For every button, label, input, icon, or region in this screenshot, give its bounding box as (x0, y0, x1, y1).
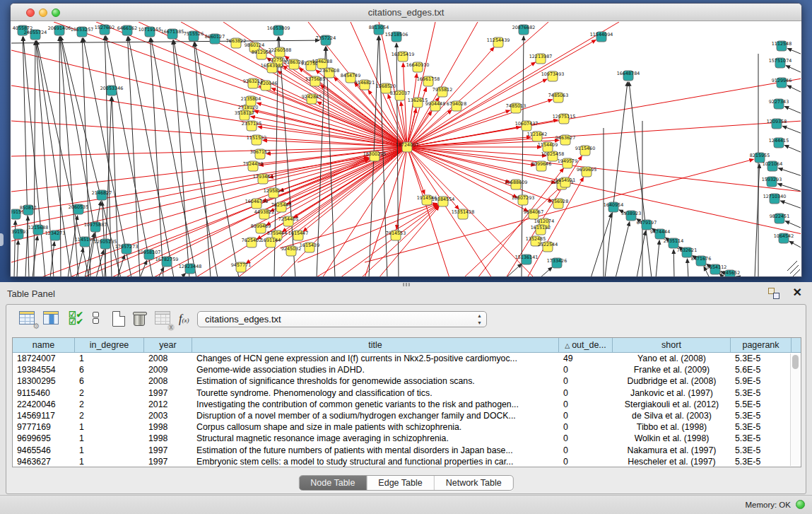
cell-in_degree: 1 (75, 433, 144, 444)
memory-ok-indicator-icon[interactable] (796, 500, 805, 509)
x-badge-icon: x (167, 324, 175, 331)
column-header-year[interactable]: year (144, 338, 192, 352)
graph-node-label: 9474444 (650, 229, 670, 235)
graph-node-label: 1691144 (261, 238, 281, 243)
cell-in_degree: 6 (75, 364, 144, 375)
table-row[interactable]: 1830029562008Estimation of significance … (13, 375, 801, 387)
graph-node-label: 1527602 (95, 25, 114, 30)
graph-node-label: 16671385 (161, 29, 184, 35)
table-row[interactable]: 1872400712008Changes of HCN gene express… (13, 353, 801, 364)
scrollbar-thumb[interactable] (792, 355, 799, 369)
cell-title: Estimation of the future numbers of pati… (192, 445, 559, 456)
gear-icon: ⚙ (33, 322, 40, 331)
cell-short: de Silva et al. (2003) (613, 410, 731, 421)
panel-collapse-handle[interactable] (0, 233, 4, 246)
cell-pagerank: 5.9E-5 (731, 375, 792, 387)
graph-node-label: 1793443 (253, 174, 273, 180)
graph-node-label: 1244415 (769, 138, 789, 144)
citation-graph[interactable]: 4055872240557242069140610553257152760264… (11, 22, 801, 276)
graph-node-label: 10553257 (71, 27, 94, 33)
table-row[interactable]: 977716911998Corpus callosum shape and si… (13, 421, 801, 433)
table-row[interactable]: 1456911722003Disruption of a novel membe… (13, 410, 801, 421)
graph-node-label: 9756928 (548, 199, 568, 204)
cell-title: Estimation of significance thresholds fo… (192, 375, 559, 387)
column-header-in_degree[interactable]: in_degree (75, 338, 144, 352)
cell-out_degree: 49 (559, 353, 613, 364)
graph-node-label: 1064542 (774, 233, 794, 239)
graph-node-label: 1654921 (555, 177, 575, 183)
graph-node-label: 9242845 (302, 94, 322, 100)
graph-node-label: 11254439 (487, 37, 510, 43)
graph-node-label: 8454749 (341, 73, 360, 78)
tab-edge-table[interactable]: Edge Table (367, 476, 434, 490)
graph-node-label: 9457771 (231, 262, 251, 268)
function-builder-icon[interactable]: f(x) (179, 313, 197, 329)
graph-node-label: 7625402 (242, 238, 261, 243)
cell-pagerank: 5.3E-5 (731, 445, 792, 456)
cell-short: Dudbridge et al. (2008) (613, 375, 731, 387)
row-height-icon[interactable] (93, 311, 111, 328)
cell-short: Jankovic et al. (1997) (613, 387, 731, 399)
table-select-dropdown[interactable]: citations_edges.txt ▲▼ (197, 311, 487, 327)
graph-node-label: 1914546 (417, 195, 437, 201)
graph-node-label: 9129946 (772, 78, 792, 83)
network-desktop: citations_edges.txt 40558722405572420691… (0, 0, 812, 282)
table-row[interactable]: 2242004622012Investigating the contribut… (13, 399, 801, 410)
graph-node-label: 8471676 (691, 256, 711, 262)
close-panel-icon[interactable]: ✕ (793, 286, 802, 299)
graph-node-label: 7914553 (386, 230, 406, 236)
table-panel-title: Table Panel (7, 288, 55, 299)
cell-title: Genome-wide association studies in ADHD. (192, 364, 559, 375)
graph-node-label: 11544094 (590, 32, 613, 37)
table-row[interactable]: 969969511998Structural magnetic resonanc… (13, 433, 801, 444)
cell-in_degree: 1 (75, 445, 144, 456)
show-column-icon[interactable] (43, 311, 61, 328)
graph-node-label: 7357224 (316, 35, 336, 41)
new-table-icon[interactable] (112, 311, 131, 328)
table-mode-icon[interactable]: ⚙ (19, 311, 37, 328)
graph-node-label: 2935114 (664, 238, 683, 244)
column-header-title[interactable]: title (192, 338, 559, 352)
network-canvas[interactable]: 4055872240557242069140610553257152760264… (11, 22, 801, 276)
column-header-out_de[interactable]: △out_de... (559, 338, 613, 352)
vertical-scrollbar[interactable] (790, 354, 800, 466)
graph-node-label: 6466162 (117, 25, 137, 31)
cell-pagerank: 5.3E-5 (731, 410, 792, 421)
graph-node-label: 1145194 (75, 237, 95, 243)
table-select-value: citations_edges.txt (205, 314, 281, 325)
table-panel-header: Table Panel ✕ (0, 285, 812, 302)
network-window-title: citations_edges.txt (11, 7, 801, 18)
table-row[interactable]: 911546021997Tourette syndrome. Phenomeno… (13, 387, 801, 399)
cell-title: Corpus callosum shape and size in male p… (192, 421, 559, 433)
cell-name: 9115460 (13, 387, 75, 399)
tab-network-table[interactable]: Network Table (435, 476, 513, 490)
cell-out_degree: 0 (559, 445, 613, 456)
cell-year: 1997 (144, 445, 192, 456)
graph-node-label: 9822451 (770, 214, 789, 219)
graph-node-label: 10719155 (139, 27, 162, 33)
table-row[interactable]: 946554611997Estimation of the future num… (13, 445, 801, 456)
network-window-titlebar[interactable]: citations_edges.txt (11, 4, 801, 21)
cell-year: 1998 (144, 421, 192, 433)
graph-node-label: 17957273 (115, 244, 139, 250)
column-header-name[interactable]: name (13, 338, 75, 352)
graph-node-label: 3518137 (235, 110, 254, 116)
table-row[interactable]: 1938455462009Genome-wide association stu… (13, 364, 801, 375)
tab-node-table[interactable]: Node Table (299, 476, 367, 490)
column-header-short[interactable]: short (613, 338, 731, 352)
graph-node-label: 24055724 (24, 30, 47, 35)
graph-node-label: 2146827 (92, 190, 112, 196)
select-rows-icon[interactable]: ☑✔☑✔ (69, 311, 87, 328)
graph-node-label: 9391593 (11, 229, 28, 235)
table-row[interactable]: 946362711997Embryonic stem cells: a mode… (13, 456, 801, 467)
graph-node-label: 1615132 (531, 225, 551, 230)
delete-rows-trash-icon[interactable] (134, 311, 152, 328)
graph-node-label: 1593293 (762, 177, 782, 182)
graph-node-label: 16053809 (267, 25, 290, 31)
graph-node-label: 850811 (20, 205, 37, 211)
graph-node-label: 9904448 (425, 101, 445, 107)
float-panel-icon[interactable] (768, 288, 779, 299)
graph-node-label: 8099646 (531, 161, 551, 167)
column-header-pagerank[interactable]: pagerank (731, 338, 792, 352)
graph-node-label: 10958107 (138, 250, 161, 255)
